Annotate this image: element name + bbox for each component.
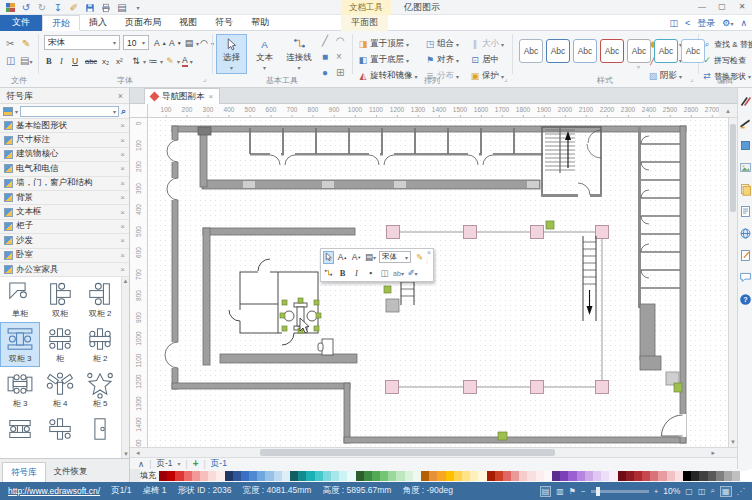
color-swatch[interactable] [495,471,503,481]
center-button[interactable]: ⊡居中 [470,53,499,67]
symbol-双柜[interactable]: 双柜 [40,277,80,322]
menu-tab-5[interactable]: 符号 [206,15,242,31]
library-section-row[interactable]: 墙，门，窗户和结构× [0,177,129,191]
color-swatch[interactable] [593,471,601,481]
menu-tab-3[interactable]: 页面布局 [116,15,170,31]
color-swatch[interactable] [552,471,560,481]
annotation-icon[interactable] [739,249,752,262]
fill-style-icon[interactable] [739,139,752,152]
stencil-dropdown-icon[interactable]: ▾ [15,108,18,115]
library-section-row[interactable]: 柜子× [0,220,129,234]
symbol-row4-9[interactable] [0,412,40,457]
mini-find-button[interactable]: ab▾ [393,267,404,280]
resize-grip[interactable]: ⋰ [737,486,745,496]
color-swatch[interactable] [519,471,527,481]
library-section-row[interactable]: 卧室× [0,249,129,263]
bullet-list-button[interactable]: ≔▾ [148,54,163,68]
color-swatch[interactable] [462,471,470,481]
font-size-combo[interactable]: 10▾ [123,35,149,50]
mini-fill-pen-button[interactable]: ✐▾ [407,267,418,280]
page-nav-dropdown-icon[interactable]: ▾ [178,460,181,467]
zoom-area-icon[interactable]: ⌕ [710,486,714,496]
mini-decrease-font-button[interactable]: A▼ [351,251,362,264]
color-swatch[interactable] [478,471,486,481]
color-swatch[interactable] [290,471,298,481]
section-close-icon[interactable]: × [120,121,125,130]
italic-button[interactable]: I [60,54,63,68]
color-swatch[interactable] [446,471,454,481]
scroll-right-icon[interactable]: ▸ [711,449,715,457]
style-preview-7[interactable]: Abc [681,39,705,63]
library-section-office[interactable]: 办公室家具 × [0,263,129,277]
section-close-icon[interactable]: × [120,265,125,274]
font-color-button[interactable]: A▾ [182,54,193,68]
library-section-row[interactable]: 尺寸标注× [0,133,129,147]
copy-icon[interactable]: ◫ [6,55,15,67]
color-swatch[interactable] [331,471,339,481]
mini-layer-button[interactable]: ▪ [365,267,376,280]
symbol-柜 2[interactable]: 柜 2 [80,322,120,367]
save-icon[interactable] [84,2,96,14]
symbol-柜[interactable]: 柜 [40,322,80,367]
stencil-icon[interactable] [3,107,13,116]
scroll-down-icon[interactable]: ▼ [730,439,736,445]
arc-shape-icon[interactable]: ◠ [336,35,345,47]
section-close-icon[interactable]: × [120,251,125,260]
rectangle-shape-icon[interactable]: ■ [322,51,328,63]
view-normal-icon[interactable]: ▤ [540,486,552,497]
edrawsoft-link[interactable]: http://www.edrawsoft.cn/ [8,486,100,496]
color-swatch[interactable] [372,471,380,481]
section-close-icon[interactable]: × [120,236,125,245]
document-tab[interactable]: 导航图副本 × [144,88,220,104]
cut-icon[interactable]: ✂ [6,38,14,50]
color-swatch[interactable] [585,471,593,481]
paste-icon[interactable]: ▤▾ [20,55,32,68]
mini-connector-button[interactable] [323,267,334,280]
color-swatch[interactable] [167,471,175,481]
note-icon[interactable] [739,205,752,218]
symbol-panel-close-icon[interactable]: × [118,88,123,104]
fit-width-icon[interactable]: ◫ [698,487,706,496]
library-section-row[interactable]: 电气和电信× [0,162,129,176]
color-swatch[interactable] [396,471,404,481]
collapse-pagebar-icon[interactable]: ∧ [138,459,144,469]
color-swatch[interactable] [413,471,421,481]
mini-copy-style-button[interactable]: ◫ [379,267,390,280]
zoom-slider[interactable] [591,490,649,493]
symbol-双柜 2[interactable]: 双柜 2 [80,277,120,322]
drawing-canvas[interactable]: A▲ A▼ ▤▾ 宋体▾ ✎ B I ▪ ◫ ab▾ ✐▾ [148,118,728,447]
section-close-icon[interactable]: × [120,179,125,188]
panel-icon[interactable]: ◫ [670,18,679,28]
horizontal-scrollbar-thumb[interactable] [260,449,555,456]
subscript-button[interactable]: x₂ [102,54,109,68]
style-preview-4[interactable]: Abc [600,39,624,63]
color-swatch[interactable] [282,471,290,481]
color-swatch[interactable] [388,471,396,481]
spell-check-button[interactable]: ✓拼写检查 [702,53,746,67]
color-swatch[interactable] [601,471,609,481]
size-button[interactable]: ∥大小▾ [470,37,504,51]
color-swatch[interactable] [577,471,585,481]
color-swatch[interactable] [536,471,544,481]
color-swatch[interactable] [356,471,364,481]
bold-button[interactable]: B [46,54,52,68]
color-swatch[interactable] [487,471,495,481]
menu-tab-2[interactable]: 插入 [80,15,116,31]
selected-desk-symbol[interactable] [280,298,321,333]
vertical-scrollbar[interactable]: ▼ [728,118,737,447]
color-swatch[interactable] [225,471,233,481]
symbol-row4-11[interactable] [80,412,120,457]
login-button[interactable]: 登录 [697,17,715,30]
scroll-up-icon[interactable]: ▲ [719,104,737,118]
color-swatch[interactable] [429,471,437,481]
mini-align-button[interactable]: ▤▾ [365,251,376,264]
decrease-font-button[interactable]: A▼ [169,36,182,50]
library-section-row[interactable]: 沙发× [0,234,129,248]
color-swatch[interactable] [159,471,167,481]
menu-tab-1[interactable]: 开始 [42,15,80,31]
grid-view-icon[interactable]: ▦ [720,486,732,497]
scroll-left-icon[interactable]: ◂ [136,449,140,457]
group-button[interactable]: ◳组合▾ [425,37,459,51]
color-swatch[interactable] [233,471,241,481]
color-swatch[interactable] [527,471,535,481]
